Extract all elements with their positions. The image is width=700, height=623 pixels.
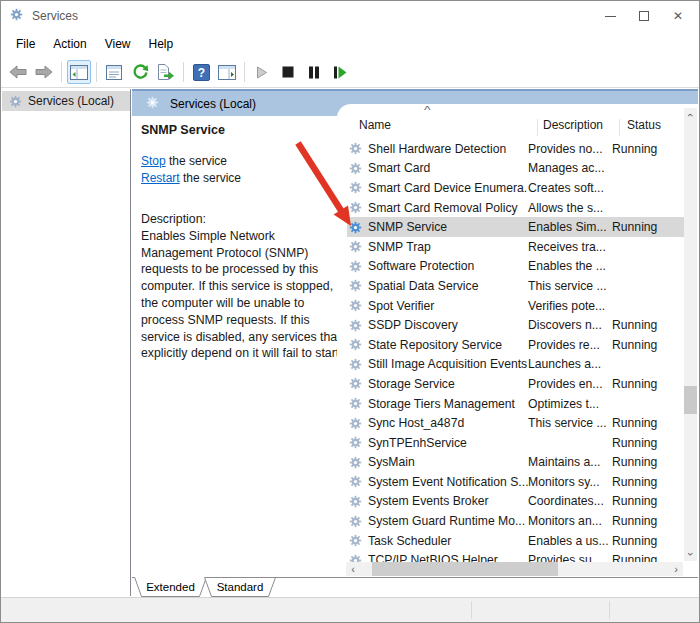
table-row[interactable]: Smart Card Device Enumera... Creates sof… (347, 178, 684, 198)
table-row[interactable]: SysMain Maintains a... Running (347, 453, 684, 473)
table-row[interactable]: System Guard Runtime Mo... Monitors an..… (347, 511, 684, 531)
show-hide-console-tree-icon (70, 65, 88, 80)
scroll-down-button[interactable]: › (684, 547, 697, 561)
service-status: Running (612, 142, 670, 156)
tab-extended[interactable]: Extended (133, 577, 207, 597)
table-row[interactable]: Storage Tiers Management Optimizes t... (347, 394, 684, 414)
service-status: Running (612, 534, 670, 548)
vertical-scrollbar-thumb[interactable] (684, 386, 697, 414)
scroll-up-button[interactable]: ‹ (684, 108, 697, 122)
menu-item-action[interactable]: Action (44, 34, 95, 54)
stop-service-button[interactable] (276, 60, 300, 84)
service-description: Launches a... (528, 357, 612, 371)
scroll-right-button[interactable]: › (669, 562, 683, 576)
maximize-button[interactable] (629, 1, 659, 31)
gear-icon (146, 96, 159, 109)
table-header: ^ Name Description Status (337, 112, 684, 139)
table-row[interactable]: Smart Card Removal Policy Allows the s..… (347, 198, 684, 218)
refresh-button[interactable] (128, 60, 152, 84)
service-name: Task Scheduler (368, 534, 528, 548)
gear-icon (349, 221, 362, 234)
table-row[interactable]: Spatial Data Service This service ... (347, 276, 684, 296)
table-row[interactable]: Shell Hardware Detection Provides no... … (347, 139, 684, 159)
table-row[interactable]: SSDP Discovery Discovers n... Running (347, 315, 684, 335)
service-status: Running (612, 338, 670, 352)
table-row[interactable]: Software Protection Enables the ... (347, 257, 684, 277)
service-name: SNMP Trap (368, 240, 528, 254)
gear-icon (349, 397, 362, 410)
close-icon: ✕ (673, 10, 683, 22)
stop-service-icon (282, 66, 294, 78)
horizontal-scrollbar-thumb[interactable] (372, 562, 558, 576)
service-description: Provides re... (528, 338, 612, 352)
service-description: Enables the ... (528, 259, 612, 273)
show-hide-console-tree-button[interactable] (67, 60, 91, 84)
chevron-up-icon: ‹ (684, 113, 696, 117)
service-name: Smart Card Removal Policy (368, 201, 528, 215)
service-status: Running (612, 220, 670, 234)
service-name: Spatial Data Service (368, 279, 528, 293)
restart-suffix: the service (180, 171, 241, 185)
column-separator[interactable] (537, 119, 538, 136)
service-status: Running (612, 455, 670, 469)
gear-icon (349, 240, 362, 253)
table-row[interactable]: State Repository Service Provides re... … (347, 335, 684, 355)
table-row[interactable]: SNMP Trap Receives tra... (347, 237, 684, 257)
menu-item-help[interactable]: Help (140, 34, 183, 54)
export-list-button[interactable] (154, 60, 178, 84)
console-tree-panel: Services (Local) (2, 89, 131, 596)
forward-button[interactable] (32, 60, 56, 84)
service-status: Running (612, 416, 670, 430)
stop-link[interactable]: Stop (141, 154, 166, 168)
start-service-button[interactable] (250, 60, 274, 84)
table-row[interactable]: Storage Service Provides en... Running (347, 374, 684, 394)
properties-button[interactable] (102, 60, 126, 84)
service-description: Provides en... (528, 377, 612, 391)
stop-suffix: the service (166, 154, 227, 168)
scroll-left-button[interactable]: ‹ (346, 562, 360, 576)
service-name: System Event Notification S... (368, 475, 528, 489)
show-hide-action-pane-button[interactable] (215, 60, 239, 84)
restart-link[interactable]: Restart (141, 171, 180, 185)
table-row[interactable]: System Events Broker Coordinates... Runn… (347, 492, 684, 512)
table-row[interactable]: System Event Notification S... Monitors … (347, 472, 684, 492)
back-button[interactable] (6, 60, 30, 84)
pause-service-button[interactable] (302, 60, 326, 84)
vertical-scrollbar[interactable]: ‹ › (684, 108, 697, 561)
pane-header-label: Services (Local) (170, 97, 256, 111)
pause-service-icon (308, 66, 320, 79)
help-button[interactable]: ? (189, 60, 213, 84)
service-name: Shell Hardware Detection (368, 142, 528, 156)
description-text: Enables Simple Network Management Protoc… (141, 228, 347, 362)
table-row[interactable]: Spot Verifier Verifies pote... (347, 296, 684, 316)
service-status: Running (612, 494, 670, 508)
menu-item-file[interactable]: File (7, 34, 44, 54)
restart-service-button[interactable] (328, 60, 352, 84)
statusbar-separator (609, 601, 610, 619)
service-name: SynTPEnhService (368, 436, 528, 450)
gear-icon (349, 338, 362, 351)
tree-item-services-local[interactable]: Services (Local) (2, 91, 130, 111)
tab-standard[interactable]: Standard (203, 577, 277, 597)
table-row[interactable]: Task Scheduler Enables a us... Running (347, 531, 684, 551)
service-name: SysMain (368, 455, 528, 469)
service-name: SSDP Discovery (368, 318, 528, 332)
table-row[interactable]: SynTPEnhService Running (347, 433, 684, 453)
table-row[interactable]: Sync Host_a487d This service ... Running (347, 413, 684, 433)
table-row[interactable]: SNMP Service Enables Sim... Running (347, 217, 684, 237)
menu-item-view[interactable]: View (96, 34, 140, 54)
chevron-right-icon: › (674, 563, 678, 575)
gear-icon (349, 515, 362, 528)
minimize-icon (605, 16, 616, 17)
column-header-status[interactable]: Status (627, 118, 661, 132)
column-header-name[interactable]: Name (359, 118, 391, 132)
horizontal-scrollbar[interactable]: ‹ › (346, 562, 683, 576)
service-name: Spot Verifier (368, 299, 528, 313)
close-button[interactable]: ✕ (663, 1, 693, 31)
column-separator[interactable] (619, 119, 620, 136)
table-row[interactable]: TCP/IP NetBIOS Helper Provides su... Run… (347, 550, 684, 562)
minimize-button[interactable] (595, 1, 625, 31)
table-row[interactable]: Still Image Acquisition Events Launches … (347, 355, 684, 375)
column-header-description[interactable]: Description (543, 118, 603, 132)
table-row[interactable]: Smart Card Manages ac... (347, 159, 684, 179)
